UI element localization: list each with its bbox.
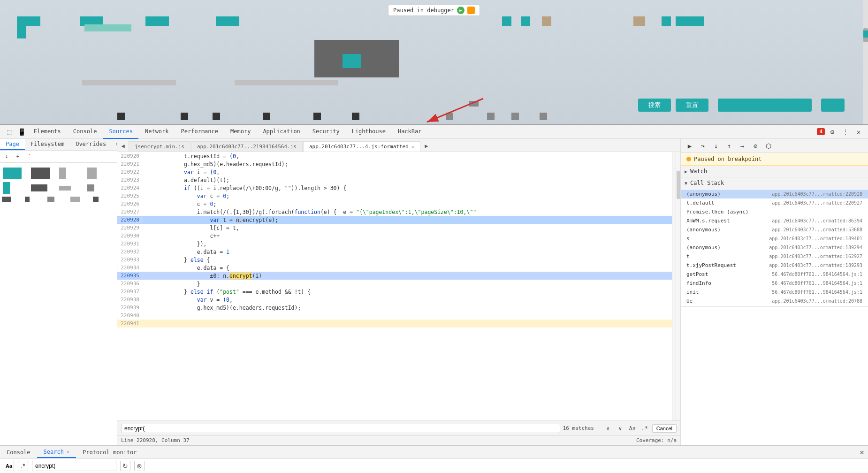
browser-content: Paused in debugger ▶ 搜索 重置: [0, 0, 868, 124]
callstack-item-5[interactable]: s app.201c6403c77...ormatted:189401: [681, 234, 868, 243]
more-tools-btn[interactable]: ⋮: [24, 152, 34, 161]
bottom-tab-console[interactable]: Console: [0, 447, 37, 458]
tab-hackbar[interactable]: HackBar: [392, 125, 427, 139]
tree-thumb: [47, 197, 54, 202]
game-tile: [502, 16, 511, 26]
refresh-search-btn[interactable]: ↻: [120, 461, 130, 471]
scrollbar-indicator: [863, 31, 868, 38]
inspect-element-btn[interactable]: ⬚: [4, 126, 15, 137]
use-regex-btn[interactable]: .*: [640, 424, 649, 433]
tab-lighthouse[interactable]: Lighthouse: [346, 125, 391, 139]
file-tab-app-formatted[interactable]: app.201c6403c77...4.js:formatted ✕: [303, 141, 420, 152]
watch-section: ▶ Watch: [681, 166, 868, 177]
pause-exceptions-btn[interactable]: ⬡: [763, 141, 774, 151]
tab-console[interactable]: Console: [68, 125, 103, 139]
sources-tab-filesystem[interactable]: Filesystem: [25, 139, 70, 150]
callstack-item-6[interactable]: (anonymous) app.201c6403c77...ormatted:1…: [681, 243, 868, 252]
step-button[interactable]: [467, 7, 475, 14]
file-tab-nav-next[interactable]: ▶: [421, 140, 432, 152]
error-count-badge: 4: [817, 128, 825, 135]
tab-elements[interactable]: Elements: [28, 125, 67, 139]
ground-tile: [235, 80, 338, 85]
tab-sources[interactable]: Sources: [103, 125, 138, 139]
tree-thumb: [70, 197, 80, 202]
callstack-item-12[interactable]: Ue app.201c6403c77...ormatted:20708: [681, 297, 868, 305]
game-tile: [521, 16, 530, 26]
browser-scrollbar[interactable]: [863, 0, 868, 124]
code-line-220940: 220940: [117, 312, 672, 320]
deactivate-breakpoints-btn[interactable]: ⊘: [750, 141, 761, 151]
devtools-panel: ⬚ 📱 Elements Console Sources Network Per…: [0, 124, 868, 473]
resume-execution-btn[interactable]: ▶: [685, 141, 695, 151]
callstack-item-7[interactable]: t app.201c6403c77...ormatted:162927: [681, 252, 868, 261]
coverage-status: Coverage: n/a: [636, 437, 677, 443]
step-into-btn[interactable]: ↓: [711, 141, 721, 151]
code-editor-area: ◀ jsencrypt.min.js app.201c6403c77...219…: [117, 139, 680, 445]
search-next-btn[interactable]: ∨: [616, 424, 625, 433]
player-tile: [17, 24, 26, 38]
cancel-search-btn[interactable]: Cancel: [652, 424, 677, 433]
step-over-btn[interactable]: ↷: [698, 141, 708, 151]
sources-tab-overrides[interactable]: Overrides: [70, 139, 112, 150]
bottom-tab-search[interactable]: Search ✕: [37, 447, 76, 458]
sources-tab-page[interactable]: Page: [0, 139, 25, 150]
resume-button[interactable]: ▶: [457, 7, 464, 14]
paused-banner: Paused on breakpoint: [681, 153, 868, 166]
bottom-panel: Console Search ✕ Protocol monitor ✕ Aa .…: [0, 445, 868, 473]
callstack-section-header[interactable]: ▼ Call Stack: [681, 177, 868, 189]
callstack-item-4[interactable]: (anonymous) app.201c6403c77...ormatted:5…: [681, 225, 868, 234]
callstack-item-3[interactable]: XmWM.s.request app.201c6403c77...ormatte…: [681, 216, 868, 225]
callstack-item-2[interactable]: Promise.then (async): [681, 207, 868, 216]
file-tab-jsencrypt[interactable]: jsencrypt.min.js: [129, 141, 190, 152]
code-line-220924: 220924 if ((i = i.replace(/\+00:00/g, ""…: [117, 184, 672, 192]
watch-section-header[interactable]: ▶ Watch: [681, 166, 868, 177]
callstack-item-0[interactable]: (anonymous) app.201c6403c77...rmatted:22…: [681, 190, 868, 198]
tab-security[interactable]: Security: [307, 125, 345, 139]
status-bar: Line 220928, Column 37 Coverage: n/a: [117, 435, 680, 445]
regex-btn[interactable]: .*: [18, 461, 28, 471]
tab-network[interactable]: Network: [139, 125, 175, 139]
code-editor[interactable]: 220920 t.requestId = (0, 220921 g.hex_md…: [117, 152, 680, 420]
tab-memory[interactable]: Memory: [225, 125, 256, 139]
new-snippet-btn[interactable]: +: [13, 152, 23, 161]
settings-btn[interactable]: ⚙: [827, 126, 838, 137]
code-minimap: [672, 152, 676, 420]
file-tab-app1[interactable]: app.201c6403c77...21984164564.js: [191, 141, 303, 152]
bottom-search-content: Aa .* ↻ ⊗: [0, 459, 868, 473]
callstack-item-8[interactable]: t.xjyPostRequest app.201c6403c77...ormat…: [681, 261, 868, 270]
bottom-tab-protocol-monitor[interactable]: Protocol monitor: [76, 447, 144, 458]
callstack-item-9[interactable]: getPost 56.467dc80ff761...984164564.js:1: [681, 270, 868, 279]
reset-game-btn[interactable]: 重置: [676, 99, 708, 112]
sources-tree: [0, 163, 117, 445]
step-out-btn[interactable]: ↑: [724, 141, 734, 151]
more-options-btn[interactable]: ⋮: [840, 126, 851, 137]
paused-text: Paused on breakpoint: [694, 156, 762, 162]
case-sensitive-btn[interactable]: Aa: [4, 461, 14, 471]
search-game-btn[interactable]: 搜索: [638, 99, 671, 112]
callstack-item-10[interactable]: findInfo 56.467dc80ff761...984164564.js:…: [681, 279, 868, 288]
code-scrollbar[interactable]: [676, 152, 680, 420]
search-tab-close[interactable]: ✕: [67, 449, 69, 454]
step-btn[interactable]: →: [737, 141, 747, 151]
clear-search-btn[interactable]: ⊗: [134, 461, 145, 471]
tree-thumb: [2, 197, 11, 202]
callstack-item-11[interactable]: init 56.467dc80ff761...984164564.js:1: [681, 288, 868, 297]
match-case-btn[interactable]: Aa: [628, 424, 637, 433]
sync-changes-btn[interactable]: ↕: [2, 152, 11, 161]
tab-performance[interactable]: Performance: [175, 125, 224, 139]
callstack-item-1[interactable]: t.default app.201c6403c77...rmatted:2209…: [681, 198, 868, 207]
device-toolbar-btn[interactable]: 📱: [16, 126, 27, 137]
tab-application[interactable]: Application: [257, 125, 305, 139]
code-line-220930: 220930 c++: [117, 232, 672, 240]
file-tab-close[interactable]: ✕: [411, 144, 414, 149]
code-line-220936: 220936 }: [117, 280, 672, 288]
code-line-220929: 220929 l[c] = t,: [117, 224, 672, 232]
file-tab-nav-prev[interactable]: ◀: [117, 140, 129, 152]
close-bottom-panel-btn[interactable]: ✕: [860, 448, 864, 457]
sources-panel: Page Filesystem Overrides » ↕ + ⋮: [0, 139, 117, 445]
code-scrollbar-thumb[interactable]: [677, 171, 680, 199]
search-prev-btn[interactable]: ∧: [603, 424, 613, 433]
editor-search-input[interactable]: [121, 424, 560, 433]
close-devtools-btn[interactable]: ✕: [853, 126, 864, 137]
search-input[interactable]: [32, 461, 116, 471]
